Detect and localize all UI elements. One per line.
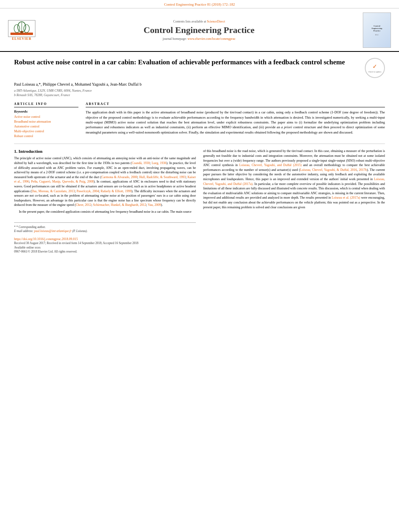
check-updates-badge: ✓ Check for updates xyxy=(365,58,385,78)
keyword-4: Multi-objective control xyxy=(14,129,78,134)
homepage-label: journal homepage: xyxy=(162,37,187,41)
email-suffix: (P. Loiseau). xyxy=(72,229,88,233)
contents-available: Contents lists available at ScienceDirec… xyxy=(35,20,363,23)
article-title: Robust active noise control in a car cab… xyxy=(14,58,365,67)
doi-section: https://doi.org/10.1016/j.conengprac.201… xyxy=(14,237,196,241)
elsevier-logo-image xyxy=(8,20,35,37)
journal-thumbnail: ControlEngineeringPractice IFAC xyxy=(363,12,391,48)
abstract-panel: ABSTRACT The application dealt with in t… xyxy=(86,102,385,139)
svg-rect-5 xyxy=(21,31,23,33)
email-link[interactable]: paul.loiseau@imt-atlantique.fr xyxy=(34,229,72,233)
abstract-label: ABSTRACT xyxy=(86,102,385,107)
keywords-list: Active noise control Broadband noise att… xyxy=(14,115,78,139)
check-badge-label: Check for updates xyxy=(368,71,382,73)
journal-title: Control Engineering Practice xyxy=(35,25,363,35)
sciencedirect-link[interactable]: ScienceDirect xyxy=(207,20,225,23)
affiliation-a: a IMT-Atlantique, LS2N, UMR CNRS, 6004, … xyxy=(14,88,385,93)
svg-point-2 xyxy=(14,25,20,33)
left-column: 1. Introduction The principle of active … xyxy=(14,149,196,253)
journal-thumb-title: ControlEngineeringPractice xyxy=(372,25,382,32)
copyright: 0967-0661/© 2018 Elsevier Ltd. All right… xyxy=(14,250,196,253)
intro-left-text: The principle of active noise control (A… xyxy=(14,156,196,214)
footnote-section: * * Corresponding author. E-mail address… xyxy=(14,222,196,254)
article-info-abstract: ARTICLE INFO Keywords: Active noise cont… xyxy=(14,102,385,139)
affiliations: a IMT-Atlantique, LS2N, UMR CNRS, 6004, … xyxy=(14,88,385,97)
article-body: Robust active noise control in a car cab… xyxy=(0,52,399,259)
article-title-section: Robust active noise control in a car cab… xyxy=(14,58,385,78)
affiliation-b: b Renault SAS, 78288, Guyancourt, France xyxy=(14,93,385,97)
authors-line: Paul Loiseau a,*, Philippe Chevrel a, Mo… xyxy=(14,82,385,86)
section-divider xyxy=(14,144,385,144)
footnote-email: E-mail address: paul.loiseau@imt-atlanti… xyxy=(14,229,196,234)
body-columns: 1. Introduction The principle of active … xyxy=(14,149,385,253)
keyword-1: Active noise control xyxy=(14,115,78,119)
right-column: of this broadband noise is the road nois… xyxy=(203,149,385,253)
available-online: Available online xxxx xyxy=(14,245,196,250)
received-text: Received 30 August 2017; Received in rev… xyxy=(14,241,196,245)
footnote-corresponding: * * Corresponding author. xyxy=(14,225,196,230)
elsevier-wordmark: ELSEVIER xyxy=(12,37,31,41)
svg-point-3 xyxy=(24,25,29,33)
intro-heading: 1. Introduction xyxy=(14,149,196,154)
corresponding-label: * Corresponding author. xyxy=(16,225,46,229)
section-number: 1. xyxy=(14,149,17,154)
keyword-2: Broadband noise attenuation xyxy=(14,119,78,124)
keyword-3: Automotive control xyxy=(14,124,78,129)
journal-center: Contents lists available at ScienceDirec… xyxy=(35,20,363,41)
sciencedirect-text: ScienceDirect xyxy=(207,20,225,23)
keyword-5: Robust control xyxy=(14,134,78,139)
section-title: Introduction xyxy=(19,149,43,154)
article-info-panel: ARTICLE INFO Keywords: Active noise cont… xyxy=(14,102,78,139)
journal-citation: Control Engineering Practice 81 (2018) 1… xyxy=(0,0,399,8)
journal-header: ELSEVIER Contents lists available at Sci… xyxy=(0,8,399,52)
elsevier-logo: ELSEVIER xyxy=(8,20,35,41)
email-label: E-mail address: xyxy=(14,229,33,233)
intro-right-text: of this broadband noise is the road nois… xyxy=(203,149,385,210)
journal-thumb-sub: IFAC xyxy=(375,34,379,36)
homepage-line: journal homepage: www.elsevier.com/locat… xyxy=(35,37,363,41)
doi-link[interactable]: https://doi.org/10.1016/j.conengprac.201… xyxy=(14,237,78,241)
abstract-text: The application dealt with in this paper… xyxy=(86,110,385,135)
article-info-label: ARTICLE INFO xyxy=(14,102,78,107)
check-icon: ✓ xyxy=(372,63,377,70)
email-address: paul.loiseau@imt-atlantique.fr xyxy=(34,229,72,233)
citation-text: Control Engineering Practice 81 (2018) 1… xyxy=(164,2,235,6)
contents-text: Contents lists available at xyxy=(173,20,206,23)
homepage-link[interactable]: www.elsevier.com/locate/conengprac xyxy=(187,37,235,41)
keywords-label: Keywords: xyxy=(14,110,78,113)
homepage-url: www.elsevier.com/locate/conengprac xyxy=(187,37,235,41)
